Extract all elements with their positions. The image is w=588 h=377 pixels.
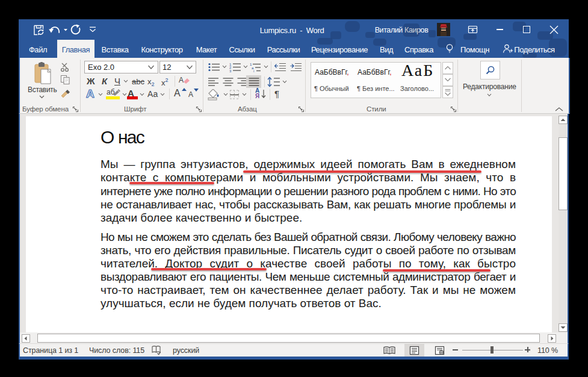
svg-text:3: 3 [229, 69, 232, 73]
svg-text:i: i [253, 69, 254, 72]
